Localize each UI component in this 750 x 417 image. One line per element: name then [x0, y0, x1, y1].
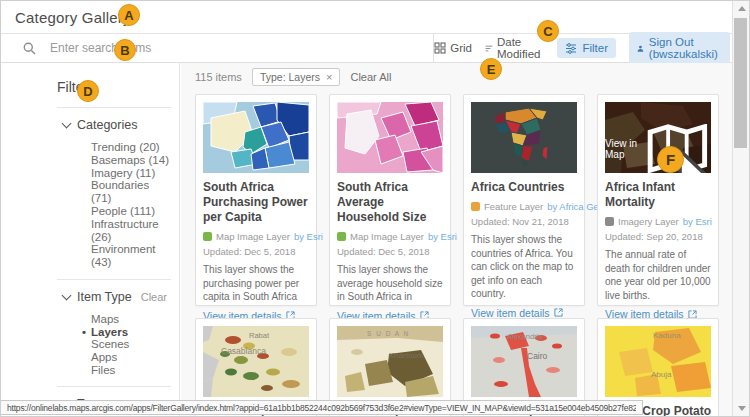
- chip-remove-icon[interactable]: ×: [326, 71, 332, 83]
- item-type-layers-selected[interactable]: Layers: [91, 326, 171, 339]
- card-updated: Updated: Dec 5, 2018: [337, 246, 443, 257]
- item-card: South Africa Average Household Size Map …: [329, 94, 451, 306]
- sign-out-label: Sign Out (bwszukalski): [649, 36, 722, 60]
- map-label: Casablanca: [221, 346, 266, 356]
- card-description: This layer shows the average household s…: [337, 263, 443, 304]
- card-thumbnail[interactable]: [471, 102, 577, 173]
- categories-label: Categories: [77, 118, 137, 132]
- status-url: https://onlinelabs.maps.arcgis.com/apps/…: [7, 403, 636, 413]
- filter-sidebar: Filter Categories Trending (20) Basemaps…: [1, 63, 180, 416]
- imagery-layer-icon: [605, 217, 614, 226]
- map-label: Rabat: [249, 331, 270, 340]
- sort-icon: [485, 43, 493, 54]
- view-item-details-link[interactable]: View item details: [471, 307, 577, 319]
- map-label: Alexandria: [507, 332, 543, 341]
- category-gallery-app: Category Gallery Grid: [0, 0, 750, 417]
- toolbar: Grid Date Modified Fil: [434, 34, 732, 62]
- filter-toggle-label: Filter: [582, 42, 608, 54]
- search-input[interactable]: [48, 40, 332, 56]
- filter-chip-label: Type: Layers: [260, 71, 320, 83]
- sort-date-modified-button[interactable]: Date Modified: [485, 36, 544, 60]
- app-header: Category Gallery: [1, 1, 732, 34]
- item-type-maps[interactable]: Maps: [91, 313, 171, 326]
- africa-crop-wheat-map: Rabat Casablanca: [203, 326, 309, 397]
- scrollbar-thumb[interactable]: [734, 18, 747, 148]
- divider: [57, 107, 171, 108]
- search-icon: [23, 42, 36, 55]
- card-thumbnail[interactable]: Kaduna Abuja: [605, 326, 711, 397]
- categories-list: Trending (20) Basemaps (14) Imagery (11)…: [91, 141, 171, 269]
- card-type-row: Imagery Layer by Esri: [605, 216, 711, 227]
- africa-crop-rice-map: Alexandria Cairo: [471, 326, 577, 397]
- card-thumbnail[interactable]: Rabat Casablanca: [203, 326, 309, 397]
- africa-crop-sorghum-map: S U D A N Khartoum: [337, 326, 443, 397]
- card-thumbnail[interactable]: [337, 102, 443, 173]
- category-item-people[interactable]: People (111): [91, 205, 171, 218]
- item-type-label: Item Type: [77, 290, 132, 304]
- category-item-imagery[interactable]: Imagery (11): [91, 167, 171, 180]
- card-owner-link[interactable]: by Esri: [683, 216, 712, 227]
- external-link-icon: [554, 308, 563, 317]
- map-label: S U D A N: [367, 330, 410, 337]
- card-grid: South Africa Purchasing Power per Capita…: [195, 94, 719, 416]
- grid-view-button[interactable]: Grid: [434, 42, 472, 54]
- south-africa-household-size-map: [337, 102, 443, 173]
- item-type-apps[interactable]: Apps: [91, 351, 171, 364]
- card-type-label: Map Image Layer: [350, 231, 424, 242]
- map-image-layer-icon: [337, 232, 346, 241]
- divider: [57, 279, 171, 280]
- card-type-label: Feature Layer: [484, 201, 543, 212]
- chevron-down-icon: [62, 291, 72, 301]
- card-title[interactable]: South Africa Purchasing Power per Capita: [203, 180, 309, 225]
- map-label: Khartoum: [389, 351, 424, 360]
- map-label: Abuja: [651, 370, 672, 379]
- card-title[interactable]: Africa Infant Mortality: [605, 180, 711, 210]
- divider: [57, 386, 171, 387]
- card-description: This layer shows the purchasing power pe…: [203, 263, 309, 304]
- card-thumbnail[interactable]: S U D A N Khartoum: [337, 326, 443, 397]
- annotation-marker-d: D: [77, 80, 99, 102]
- annotation-marker-c: C: [537, 20, 559, 42]
- item-type-files[interactable]: Files: [91, 364, 171, 377]
- item-type-scenes[interactable]: Scenes: [91, 338, 171, 351]
- gallery-main: 115 items Type: Layers × Clear All: [181, 63, 732, 416]
- card-thumbnail[interactable]: Alexandria Cairo: [471, 326, 577, 397]
- category-item-boundaries[interactable]: Boundaries (71): [91, 179, 171, 205]
- annotation-marker-f: F: [657, 146, 684, 173]
- card-updated: Updated: Sep 20, 2018: [605, 231, 711, 242]
- category-item-trending[interactable]: Trending (20): [91, 141, 171, 154]
- card-type-row: Map Image Layer by Esri: [337, 231, 443, 242]
- card-title[interactable]: Africa Countries: [471, 180, 577, 195]
- search-toolbar-row: Grid Date Modified Fil: [1, 34, 732, 63]
- card-type-row: Feature Layer by Africa GeoPortal: [471, 201, 577, 212]
- card-description: This layer shows the countries of Africa…: [471, 233, 577, 301]
- card-owner-link[interactable]: by Esri: [428, 231, 457, 242]
- active-filter-chip[interactable]: Type: Layers ×: [252, 68, 341, 86]
- results-count: 115 items: [195, 71, 242, 83]
- card-type-label: Map Image Layer: [216, 231, 290, 242]
- annotation-marker-b: B: [114, 39, 136, 61]
- scroll-up-icon[interactable]: [738, 6, 746, 11]
- item-type-clear-link[interactable]: Clear: [141, 291, 167, 303]
- clear-all-link[interactable]: Clear All: [350, 71, 391, 83]
- card-description: The annual rate of death for children un…: [605, 248, 711, 302]
- card-title[interactable]: South Africa Average Household Size: [337, 180, 443, 225]
- categories-section-header[interactable]: Categories: [63, 118, 171, 132]
- category-item-infrastructure[interactable]: Infrastructure (26): [91, 218, 171, 244]
- page-scrollbar[interactable]: [732, 1, 749, 416]
- category-item-environment[interactable]: Environment (43): [91, 243, 171, 269]
- category-item-basemaps[interactable]: Basemaps (14): [91, 154, 171, 167]
- card-thumbnail[interactable]: [203, 102, 309, 173]
- sign-out-button[interactable]: Sign Out (bwszukalski): [629, 32, 730, 64]
- south-africa-purchasing-power-map: [203, 102, 309, 173]
- card-type-label: Imagery Layer: [618, 216, 679, 227]
- card-owner-link[interactable]: by Esri: [294, 231, 323, 242]
- scroll-down-icon[interactable]: [738, 406, 746, 411]
- results-bar: 115 items Type: Layers × Clear All: [195, 69, 732, 85]
- item-type-section-header[interactable]: Item Type Clear: [63, 290, 171, 304]
- filter-toggle-button[interactable]: Filter: [557, 38, 616, 58]
- chevron-down-icon: [62, 119, 72, 129]
- card-updated: Updated: Dec 5, 2018: [203, 246, 309, 257]
- grid-view-label: Grid: [450, 42, 472, 54]
- map-image-layer-icon: [203, 232, 212, 241]
